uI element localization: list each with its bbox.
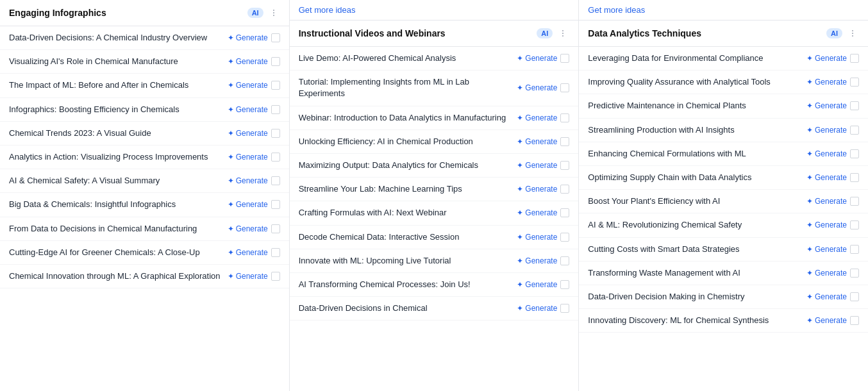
list-item: Data-Driven Decisions: A Chemical Indust… xyxy=(0,26,289,50)
item-checkbox[interactable] xyxy=(271,176,280,185)
item-checkbox[interactable] xyxy=(850,316,859,325)
list-item: Webinar: Introduction to Data Analytics … xyxy=(290,106,579,130)
item-checkbox[interactable] xyxy=(560,256,569,265)
item-checkbox[interactable] xyxy=(271,33,280,42)
generate-button[interactable]: ✦ Generate xyxy=(517,185,557,194)
generate-button[interactable]: ✦ Generate xyxy=(228,33,268,42)
item-checkbox[interactable] xyxy=(560,233,569,242)
generate-icon: ✦ xyxy=(517,304,523,313)
generate-button[interactable]: ✦ Generate xyxy=(228,200,268,209)
get-more-ideas-link[interactable]: Get more ideas xyxy=(299,5,356,15)
column-header-right: AI xyxy=(826,27,859,40)
item-checkbox[interactable] xyxy=(850,292,859,301)
generate-button[interactable]: ✦ Generate xyxy=(806,316,847,325)
generate-button[interactable]: ✦ Generate xyxy=(517,83,557,92)
item-checkbox[interactable] xyxy=(850,101,859,110)
item-checkbox[interactable] xyxy=(560,113,569,122)
item-text: Data-Driven Decisions in Chemical xyxy=(299,303,512,314)
generate-icon: ✦ xyxy=(806,197,813,206)
generate-button[interactable]: ✦ Generate xyxy=(806,54,847,63)
item-checkbox[interactable] xyxy=(271,272,280,281)
item-actions: ✦ Generate xyxy=(228,224,280,233)
generate-button[interactable]: ✦ Generate xyxy=(806,78,847,87)
generate-button[interactable]: ✦ Generate xyxy=(228,224,268,233)
item-checkbox[interactable] xyxy=(560,161,569,170)
item-checkbox[interactable] xyxy=(850,54,859,63)
item-checkbox[interactable] xyxy=(271,153,280,162)
column-menu-icon[interactable] xyxy=(556,27,569,40)
generate-button[interactable]: ✦ Generate xyxy=(517,54,557,63)
generate-button[interactable]: ✦ Generate xyxy=(806,126,847,135)
generate-button[interactable]: ✦ Generate xyxy=(806,101,847,110)
generate-button[interactable]: ✦ Generate xyxy=(806,173,847,182)
column-instructional-videos: Get more ideasInstructional Videos and W… xyxy=(290,0,580,391)
generate-label: Generate xyxy=(815,101,847,110)
item-checkbox[interactable] xyxy=(271,224,280,233)
item-checkbox[interactable] xyxy=(560,185,569,194)
item-actions: ✦ Generate xyxy=(517,185,569,194)
generate-button[interactable]: ✦ Generate xyxy=(517,233,557,242)
generate-icon: ✦ xyxy=(806,126,813,135)
generate-button[interactable]: ✦ Generate xyxy=(228,176,268,185)
column-menu-icon[interactable] xyxy=(267,6,280,19)
generate-label: Generate xyxy=(236,33,268,42)
item-checkbox[interactable] xyxy=(560,280,569,289)
generate-button[interactable]: ✦ Generate xyxy=(228,57,268,66)
item-checkbox[interactable] xyxy=(850,78,859,87)
generate-button[interactable]: ✦ Generate xyxy=(806,292,847,301)
item-checkbox[interactable] xyxy=(560,83,569,92)
item-checkbox[interactable] xyxy=(560,54,569,63)
item-checkbox[interactable] xyxy=(850,220,859,229)
item-checkbox[interactable] xyxy=(560,137,569,146)
generate-button[interactable]: ✦ Generate xyxy=(228,129,268,138)
generate-button[interactable]: ✦ Generate xyxy=(806,269,847,278)
item-text: From Data to Decisions in Chemical Manuf… xyxy=(9,223,222,235)
item-checkbox[interactable] xyxy=(271,57,280,66)
item-checkbox[interactable] xyxy=(850,197,859,206)
item-text: Infographics: Boosting Efficiency in Che… xyxy=(9,104,222,115)
generate-button[interactable]: ✦ Generate xyxy=(517,113,557,122)
item-actions: ✦ Generate xyxy=(517,304,569,313)
generate-button[interactable]: ✦ Generate xyxy=(517,208,557,217)
item-text: Visualizing AI's Role in Chemical Manufa… xyxy=(9,56,222,67)
list-item: Crafting Formulas with AI: Next Webinar✦… xyxy=(290,201,579,225)
generate-button[interactable]: ✦ Generate xyxy=(517,137,557,146)
generate-button[interactable]: ✦ Generate xyxy=(228,153,268,162)
item-checkbox[interactable] xyxy=(271,105,280,114)
item-checkbox[interactable] xyxy=(850,269,859,278)
item-checkbox[interactable] xyxy=(271,200,280,209)
generate-button[interactable]: ✦ Generate xyxy=(517,304,557,313)
item-text: Innovate with ML: Upcoming Live Tutorial xyxy=(299,255,512,267)
item-checkbox[interactable] xyxy=(560,208,569,217)
item-checkbox[interactable] xyxy=(850,245,859,254)
generate-button[interactable]: ✦ Generate xyxy=(228,272,268,281)
generate-label: Generate xyxy=(236,224,268,233)
generate-icon: ✦ xyxy=(228,57,234,66)
generate-button[interactable]: ✦ Generate xyxy=(228,105,268,114)
generate-button[interactable]: ✦ Generate xyxy=(517,280,557,289)
item-actions: ✦ Generate xyxy=(228,33,280,42)
list-item: Innovate with ML: Upcoming Live Tutorial… xyxy=(290,249,579,273)
generate-button[interactable]: ✦ Generate xyxy=(806,149,847,158)
generate-button[interactable]: ✦ Generate xyxy=(806,197,847,206)
list-item: Chemical Trends 2023: A Visual Guide✦ Ge… xyxy=(0,122,289,146)
column-menu-icon[interactable] xyxy=(846,27,859,40)
item-checkbox[interactable] xyxy=(850,126,859,135)
item-checkbox[interactable] xyxy=(271,81,280,90)
item-checkbox[interactable] xyxy=(560,304,569,313)
item-checkbox[interactable] xyxy=(271,129,280,138)
item-checkbox[interactable] xyxy=(850,173,859,182)
item-checkbox[interactable] xyxy=(271,248,280,257)
generate-button[interactable]: ✦ Generate xyxy=(228,81,268,90)
generate-button[interactable]: ✦ Generate xyxy=(517,161,557,170)
generate-button[interactable]: ✦ Generate xyxy=(806,220,847,229)
list-item: The Impact of ML: Before and After in Ch… xyxy=(0,74,289,97)
generate-button[interactable]: ✦ Generate xyxy=(517,256,557,265)
generate-button[interactable]: ✦ Generate xyxy=(228,248,268,257)
generate-button[interactable]: ✦ Generate xyxy=(806,245,847,254)
item-checkbox[interactable] xyxy=(850,149,859,158)
svg-point-8 xyxy=(852,35,853,37)
generate-label: Generate xyxy=(236,176,268,185)
list-item: Improving Quality Assurance with Analyti… xyxy=(579,71,868,94)
get-more-ideas-link[interactable]: Get more ideas xyxy=(588,5,645,15)
